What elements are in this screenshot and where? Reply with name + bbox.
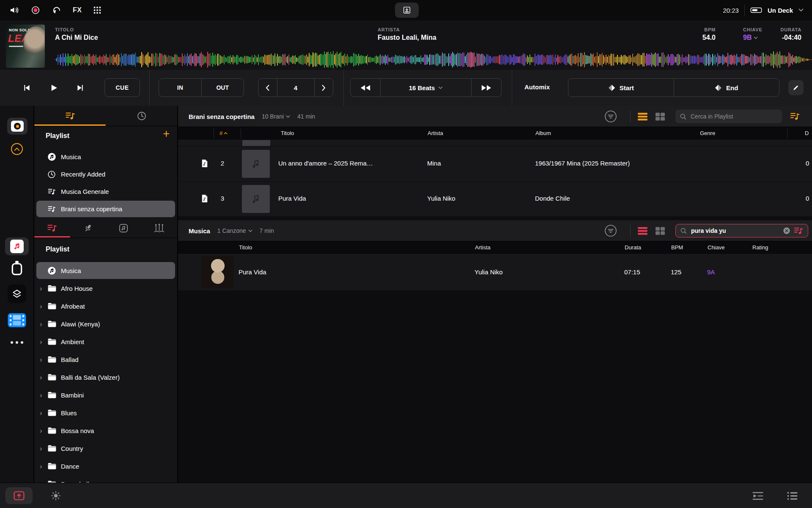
tab-artists[interactable]: [70, 223, 106, 233]
column-number[interactable]: #: [219, 130, 228, 136]
chevron-right-icon[interactable]: ›: [40, 356, 47, 363]
column-durata[interactable]: Durata: [625, 244, 641, 251]
skip-back-icon[interactable]: [351, 79, 380, 97]
grid-apps-icon[interactable]: [93, 6, 102, 15]
deck-mode-selector[interactable]: Un Deck: [768, 7, 793, 14]
sidebar-stack-button[interactable]: [8, 284, 26, 303]
tab-playlists-2[interactable]: [34, 223, 70, 233]
playlist-item-musica-generale[interactable]: Musica Generale: [34, 183, 177, 200]
column-album[interactable]: Album: [535, 130, 551, 136]
show-decks-button[interactable]: [5, 487, 33, 504]
chevron-right-icon[interactable]: ›: [40, 374, 47, 381]
chevron-right-icon[interactable]: ›: [40, 320, 47, 328]
column-bpm[interactable]: BPM: [671, 244, 683, 251]
column-durata-partial[interactable]: D: [805, 130, 809, 136]
cue-button[interactable]: CUE: [104, 78, 140, 97]
brightness-button[interactable]: [50, 490, 61, 501]
automix-end-button[interactable]: End: [674, 79, 779, 97]
add-playlist-button[interactable]: +: [163, 130, 170, 138]
loop-icon[interactable]: [52, 5, 62, 15]
chevron-right-icon[interactable]: ›: [40, 392, 47, 399]
chevron-right-icon[interactable]: ›: [40, 463, 47, 470]
filter-button[interactable]: [604, 224, 617, 237]
beats-selector[interactable]: 16 Beats: [380, 79, 472, 97]
track-row[interactable]: Pura Vida Yulia Niko 07:15 125 9A: [178, 254, 812, 290]
folder-item[interactable]: ›Dance: [34, 457, 177, 475]
sidebar-library-button[interactable]: [7, 118, 27, 135]
list-view-button[interactable]: [637, 112, 648, 121]
track-row[interactable]: 2 Un anno d'amore – 2025 Rema… Mina 1963…: [178, 146, 812, 181]
folder-item[interactable]: ›Ambient: [34, 333, 177, 351]
sidebar-music-app-button[interactable]: [5, 237, 29, 255]
top-list-count[interactable]: 10 Brani: [262, 113, 290, 120]
loop-decrease-button[interactable]: [258, 79, 277, 97]
playlist-item-recently-added[interactable]: Recently Added: [34, 166, 177, 183]
grid-view-button[interactable]: [655, 112, 665, 121]
previous-track-icon[interactable]: [22, 83, 31, 93]
column-artista[interactable]: Artista: [475, 244, 491, 251]
collapse-up-button[interactable]: [11, 143, 23, 155]
bottom-list-count[interactable]: 1 Canzone: [217, 227, 252, 234]
folder-item[interactable]: ›Bambini: [34, 386, 177, 404]
column-titolo[interactable]: Titolo: [239, 244, 252, 251]
waveform[interactable]: [55, 51, 812, 69]
bottom-search-box[interactable]: [675, 224, 808, 237]
sidebar-device-button[interactable]: [10, 260, 24, 276]
key-value[interactable]: 9B: [743, 34, 752, 41]
folder-item[interactable]: ›Afrobeat: [34, 297, 177, 315]
folder-item[interactable]: ›Balli da Sala (Valzer): [34, 368, 177, 386]
fx-button[interactable]: FX: [73, 6, 82, 14]
track-row[interactable]: 3 Pura Vida Yulia Niko Donde Chile 0: [178, 182, 812, 216]
clear-search-icon[interactable]: [783, 227, 790, 235]
folder-item[interactable]: ›Country: [34, 439, 177, 457]
folder-item[interactable]: ›Blues: [34, 404, 177, 422]
loop-increase-button[interactable]: [314, 79, 333, 97]
speaker-icon[interactable]: [9, 5, 19, 15]
record-icon[interactable]: [30, 5, 41, 15]
queue-button-top[interactable]: [790, 111, 800, 121]
top-search-box[interactable]: [675, 110, 782, 123]
playlist-item-musica-2[interactable]: Musica: [34, 262, 177, 279]
tab-history[interactable]: [106, 111, 177, 121]
chevron-right-icon[interactable]: ›: [40, 409, 47, 417]
sidebar-more-button[interactable]: [11, 341, 23, 344]
column-rating[interactable]: Rating: [752, 244, 768, 251]
chevron-right-icon[interactable]: ›: [40, 285, 47, 292]
folder-item[interactable]: ›Bossa nova: [34, 422, 177, 439]
playlist-item-brani-senza-copertina[interactable]: Brani senza copertina: [34, 200, 177, 218]
sidebar-video-button[interactable]: [8, 313, 26, 327]
folder-item[interactable]: ›Alawi (Kenya): [34, 315, 177, 333]
top-search-input[interactable]: [690, 113, 778, 120]
column-chiave[interactable]: Chiave: [708, 244, 724, 251]
chevron-right-icon[interactable]: ›: [40, 338, 47, 345]
folder-item[interactable]: ›Dancehall: [34, 475, 177, 483]
skip-forward-icon[interactable]: [471, 79, 501, 97]
chevron-right-icon[interactable]: ›: [40, 480, 47, 483]
download-tray-button[interactable]: [395, 3, 419, 18]
column-artista[interactable]: Artista: [428, 130, 443, 136]
folder-item[interactable]: ›Ballad: [34, 351, 177, 368]
chevron-right-icon[interactable]: ›: [40, 445, 47, 452]
tab-instruments[interactable]: [142, 223, 178, 233]
chevron-right-icon[interactable]: ›: [40, 427, 47, 434]
queue-list-button[interactable]: [787, 491, 798, 501]
track-row-partial[interactable]: [178, 140, 812, 146]
column-titolo[interactable]: Titolo: [281, 130, 294, 136]
loop-in-button[interactable]: IN: [159, 79, 201, 97]
tab-albums[interactable]: [106, 223, 142, 233]
column-genre[interactable]: Genre: [700, 130, 715, 136]
next-track-icon[interactable]: [76, 83, 85, 93]
tab-playlists[interactable]: [34, 111, 106, 121]
loop-out-button[interactable]: OUT: [201, 79, 244, 97]
bottom-search-input[interactable]: [690, 227, 780, 235]
chevron-right-icon[interactable]: ›: [40, 303, 47, 310]
edit-pencil-button[interactable]: [788, 80, 804, 95]
playlist-item-musica[interactable]: Musica: [34, 148, 177, 166]
list-view-button[interactable]: [637, 226, 648, 235]
automix-start-button[interactable]: Start: [568, 79, 674, 97]
queue-button-bottom[interactable]: [793, 226, 804, 236]
play-icon[interactable]: [49, 83, 58, 93]
filter-button[interactable]: [604, 110, 617, 123]
grid-view-button[interactable]: [655, 226, 665, 235]
folder-item[interactable]: ›Afro House: [34, 279, 177, 297]
